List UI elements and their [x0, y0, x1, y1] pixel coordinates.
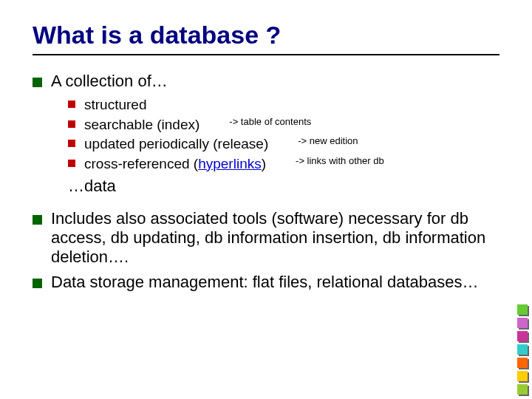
- bullet-square-icon: [33, 78, 42, 87]
- sub-bullet-structured-text: structured: [84, 95, 146, 115]
- title-underline: [33, 54, 499, 55]
- decorative-corner-squares: [517, 304, 528, 395]
- bullet-storage-text: Data storage management: flat files, rel…: [51, 273, 478, 292]
- sub-bullet-square-icon: [68, 120, 75, 128]
- sub-bullet-square-icon: [68, 160, 75, 167]
- annotation-updated: -> new edition: [277, 134, 358, 148]
- corner-square: [517, 371, 528, 381]
- corner-square: [517, 331, 528, 341]
- bullet-collection-text: A collection of…: [51, 72, 168, 91]
- sub-bullet-searchable: searchable (index) -> table of contents: [68, 115, 499, 135]
- annotation-crossref: -> links with other db: [275, 154, 384, 168]
- slide-title: What is a database ?: [33, 21, 499, 50]
- sub-bullet-crossref-text: cross-referenced (hyperlinks): [84, 154, 266, 174]
- sub-bullet-crossref: cross-referenced (hyperlinks) -> links w…: [68, 154, 499, 174]
- bullet-includes: Includes also associated tools (software…: [33, 209, 499, 267]
- sub-bullet-structured: structured: [68, 95, 499, 115]
- bullet-storage: Data storage management: flat files, rel…: [33, 273, 499, 292]
- sub-bullet-square-icon: [68, 100, 75, 108]
- crossref-pre: cross-referenced (: [84, 156, 198, 171]
- sub-bullet-square-icon: [68, 140, 75, 147]
- corner-square: [517, 358, 528, 368]
- corner-square: [517, 318, 528, 328]
- bullet-square-icon: [33, 279, 42, 288]
- bullet-collection: A collection of…: [33, 72, 499, 91]
- bullet-square-icon: [33, 215, 42, 225]
- slide: What is a database ? A collection of… st…: [0, 0, 532, 311]
- data-trail: …data: [68, 177, 499, 196]
- hyperlinks-link[interactable]: hyperlinks: [198, 156, 262, 171]
- corner-square: [517, 344, 528, 355]
- bullet-includes-text: Includes also associated tools (software…: [51, 209, 499, 267]
- corner-square: [517, 384, 528, 395]
- sub-bullet-searchable-text: searchable (index): [84, 115, 200, 135]
- annotation-searchable: -> table of contents: [208, 115, 311, 129]
- crossref-post: ): [262, 156, 266, 171]
- sub-bullet-updated-text: updated periodically (release): [84, 134, 268, 154]
- corner-square: [517, 304, 528, 315]
- sub-bullet-updated: updated periodically (release) -> new ed…: [68, 134, 499, 154]
- sub-bullet-group: structured searchable (index) -> table o…: [68, 95, 499, 174]
